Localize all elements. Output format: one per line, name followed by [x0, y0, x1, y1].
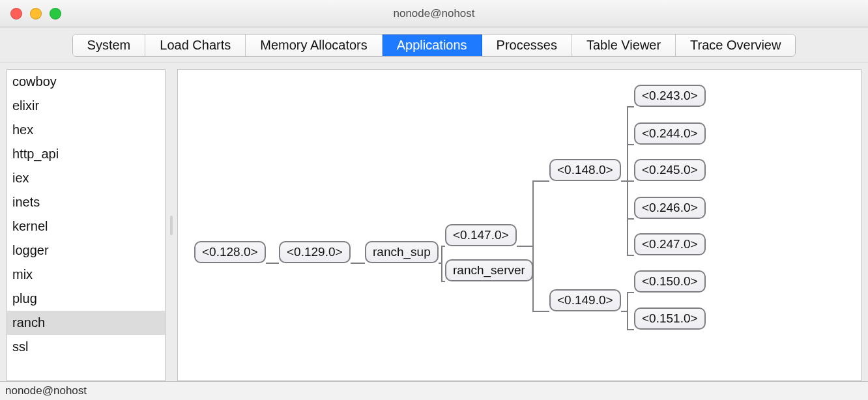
sidebar-item-logger[interactable]: logger	[7, 238, 165, 263]
window-controls	[10, 0, 61, 27]
minimize-icon[interactable]	[30, 8, 42, 20]
sidebar-item-cowboy[interactable]: cowboy	[7, 70, 165, 94]
zoom-icon[interactable]	[50, 8, 61, 20]
applications-sidebar: cowboyelixirhexhttp_apiiexinetskernellog…	[7, 69, 166, 381]
titlebar: nonode@nohost	[0, 0, 868, 27]
sidebar-item-iex[interactable]: iex	[7, 166, 165, 190]
process-node[interactable]: <0.151.0>	[634, 307, 706, 330]
process-node[interactable]: <0.245.0>	[634, 159, 706, 181]
process-node[interactable]: <0.150.0>	[634, 270, 706, 293]
sidebar-item-ssl[interactable]: ssl	[7, 335, 165, 359]
process-node[interactable]: <0.149.0>	[549, 289, 621, 311]
process-node[interactable]: <0.247.0>	[634, 233, 706, 255]
process-tree-canvas[interactable]: <0.128.0><0.129.0>ranch_sup<0.147.0>ranc…	[177, 69, 861, 381]
tab-system[interactable]: System	[73, 35, 146, 56]
statusbar-text: nonode@nohost	[5, 384, 87, 397]
process-node[interactable]: <0.246.0>	[634, 197, 706, 219]
process-node[interactable]: <0.148.0>	[549, 159, 621, 181]
splitter[interactable]	[169, 69, 173, 381]
sidebar-item-mix[interactable]: mix	[7, 263, 165, 287]
sidebar-item-kernel[interactable]: kernel	[7, 214, 165, 238]
splitter-grip-icon	[170, 216, 173, 235]
tree-edges	[178, 70, 861, 380]
process-node[interactable]: <0.147.0>	[445, 224, 517, 246]
applications-list: cowboyelixirhexhttp_apiiexinetskernellog…	[7, 70, 165, 380]
close-icon[interactable]	[10, 8, 22, 20]
process-node[interactable]: ranch_server	[445, 259, 533, 281]
sidebar-item-inets[interactable]: inets	[7, 190, 165, 214]
sidebar-item-hex[interactable]: hex	[7, 118, 165, 142]
process-node[interactable]: ranch_sup	[365, 241, 439, 263]
content: cowboyelixirhexhttp_apiiexinetskernellog…	[0, 63, 868, 381]
sidebar-item-elixir[interactable]: elixir	[7, 94, 165, 118]
window-title: nonode@nohost	[393, 7, 474, 20]
tab-tables[interactable]: Table Viewer	[572, 35, 676, 56]
process-node[interactable]: <0.129.0>	[279, 241, 351, 263]
sidebar-item-http-api[interactable]: http_api	[7, 142, 165, 166]
process-node[interactable]: <0.243.0>	[634, 85, 706, 107]
process-node[interactable]: <0.244.0>	[634, 122, 706, 145]
process-node[interactable]: <0.128.0>	[194, 241, 266, 263]
sidebar-item-plug[interactable]: plug	[7, 287, 165, 311]
tab-trace[interactable]: Trace Overview	[676, 35, 795, 56]
tab-mem[interactable]: Memory Allocators	[246, 35, 383, 56]
sidebar-item-ranch[interactable]: ranch	[7, 311, 165, 335]
tabstrip: SystemLoad ChartsMemory AllocatorsApplic…	[0, 27, 868, 63]
tab-procs[interactable]: Processes	[482, 35, 572, 56]
tab-load[interactable]: Load Charts	[145, 35, 246, 56]
statusbar: nonode@nohost	[0, 381, 868, 400]
tab-apps[interactable]: Applications	[383, 35, 482, 56]
